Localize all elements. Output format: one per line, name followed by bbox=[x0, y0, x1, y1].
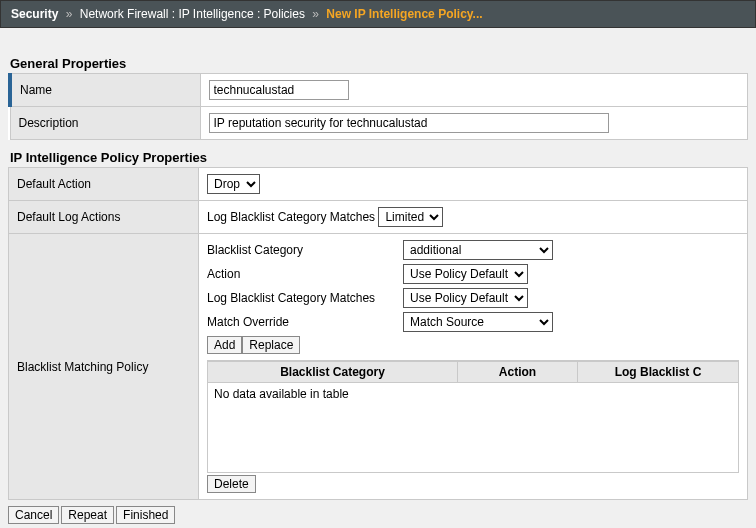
description-label: Description bbox=[10, 107, 200, 140]
name-label: Name bbox=[10, 74, 200, 107]
delete-button[interactable]: Delete bbox=[207, 475, 256, 493]
breadcrumb-current: New IP Intelligence Policy... bbox=[326, 7, 482, 21]
cancel-button[interactable]: Cancel bbox=[8, 506, 59, 524]
match-override-label: Match Override bbox=[207, 315, 397, 329]
bl-action-label: Action bbox=[207, 267, 397, 281]
footer-buttons: CancelRepeatFinished bbox=[8, 506, 748, 524]
default-action-select[interactable]: Drop bbox=[207, 174, 260, 194]
breadcrumb: Security » Network Firewall : IP Intelli… bbox=[0, 0, 756, 28]
default-action-label: Default Action bbox=[9, 168, 199, 201]
table-header-action: Action bbox=[458, 362, 578, 383]
breadcrumb-sep: » bbox=[312, 7, 319, 21]
breadcrumb-sep: » bbox=[66, 7, 73, 21]
blacklist-table-body[interactable]: No data available in table bbox=[207, 383, 739, 473]
bl-category-select[interactable]: additional bbox=[403, 240, 553, 260]
finished-button[interactable]: Finished bbox=[116, 506, 175, 524]
section-general-title: General Properties bbox=[8, 56, 748, 71]
ip-policy-table: Default Action Drop Default Log Actions … bbox=[8, 167, 748, 500]
table-header-log: Log Blacklist C bbox=[578, 362, 739, 383]
section-ip-policy-title: IP Intelligence Policy Properties bbox=[8, 150, 748, 165]
bl-action-select[interactable]: Use Policy Default bbox=[403, 264, 528, 284]
log-bl-cat-matches-select[interactable]: Limited bbox=[378, 207, 443, 227]
general-properties-table: Name Description bbox=[8, 73, 748, 140]
bl-log-matches-label: Log Blacklist Category Matches bbox=[207, 291, 397, 305]
blacklist-matching-policy-label: Blacklist Matching Policy bbox=[9, 234, 199, 500]
name-input[interactable] bbox=[209, 80, 349, 100]
breadcrumb-path[interactable]: Network Firewall : IP Intelligence : Pol… bbox=[80, 7, 305, 21]
log-bl-cat-matches-label: Log Blacklist Category Matches bbox=[207, 210, 375, 224]
repeat-button[interactable]: Repeat bbox=[61, 506, 114, 524]
bl-category-label: Blacklist Category bbox=[207, 243, 397, 257]
add-button[interactable]: Add bbox=[207, 336, 242, 354]
blacklist-table: Blacklist Category Action Log Blacklist … bbox=[207, 361, 739, 383]
bl-log-matches-select[interactable]: Use Policy Default bbox=[403, 288, 528, 308]
match-override-select[interactable]: Match Source bbox=[403, 312, 553, 332]
replace-button[interactable]: Replace bbox=[242, 336, 300, 354]
description-input[interactable] bbox=[209, 113, 609, 133]
table-empty-text: No data available in table bbox=[214, 387, 349, 401]
default-log-actions-label: Default Log Actions bbox=[9, 201, 199, 234]
table-header-category: Blacklist Category bbox=[208, 362, 458, 383]
breadcrumb-root[interactable]: Security bbox=[11, 7, 58, 21]
